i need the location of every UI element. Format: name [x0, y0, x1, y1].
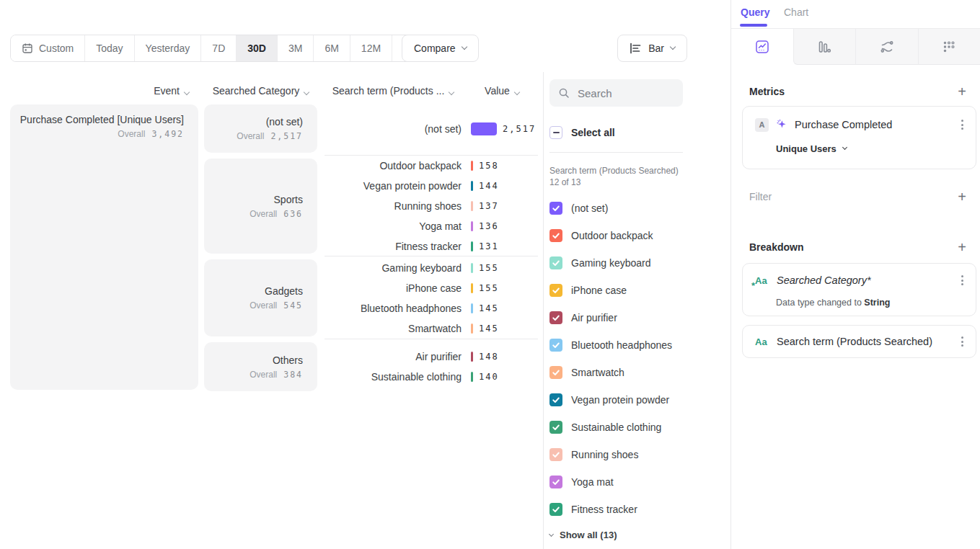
compare-button[interactable]: Compare	[402, 35, 479, 62]
search-box[interactable]	[549, 79, 683, 107]
chart-type-label: Bar	[648, 43, 664, 54]
date-range-control: CustomTodayYesterday7D30D3M6M12MXTD	[10, 35, 445, 62]
table-row[interactable]: Sustainable clothing140	[325, 367, 538, 387]
value-cell: 144	[471, 181, 499, 191]
value-cell: 2,517	[471, 122, 536, 135]
category-card[interactable]: OthersOverall384	[204, 342, 317, 391]
legend-item[interactable]: Vegan protein powder	[549, 386, 683, 414]
table-row[interactable]: Bluetooth headphones145	[325, 298, 538, 318]
legend-item[interactable]: Outdoor backpack	[549, 222, 683, 249]
legend-item[interactable]: (not set)	[549, 195, 683, 222]
chevron-down-icon	[549, 531, 554, 536]
category-card[interactable]: GadgetsOverall545	[204, 259, 317, 336]
checked-checkbox-icon	[549, 256, 562, 269]
value-cell: 136	[471, 221, 499, 231]
select-all-checkbox[interactable]: Select all	[549, 125, 683, 140]
search-term-label: Air purifier	[325, 351, 462, 362]
date-range-yesterday[interactable]: Yesterday	[134, 35, 201, 61]
event-sparkle-icon	[776, 119, 787, 130]
add-metric-button[interactable]: +	[958, 85, 966, 98]
legend-item[interactable]: Sustainable clothing	[549, 414, 683, 441]
legend-item[interactable]: Smartwatch	[549, 359, 683, 386]
column-header-event[interactable]: Event	[10, 82, 189, 99]
date-range-6m[interactable]: 6M	[313, 35, 349, 61]
date-range-30d[interactable]: 30D	[236, 35, 277, 61]
date-range-label: 3M	[288, 43, 302, 54]
value-bar	[471, 263, 473, 273]
legend-item[interactable]: Gaming keyboard	[549, 249, 683, 277]
legend-item[interactable]: Bluetooth headphones	[549, 331, 683, 359]
value-number: 158	[479, 161, 499, 171]
overall-label: Overall	[237, 131, 264, 141]
category-card[interactable]: (not set)Overall2,517	[204, 104, 317, 153]
overall-value: 636	[283, 209, 303, 219]
tab-query[interactable]: Query	[741, 6, 769, 18]
column-header-value[interactable]: Value	[471, 82, 533, 99]
legend-item[interactable]: Air purifier	[549, 304, 683, 331]
add-filter-button[interactable]: +	[958, 190, 966, 203]
tab-retention[interactable]	[918, 29, 980, 65]
chart-type-button[interactable]: Bar	[617, 35, 687, 62]
tab-flows[interactable]	[855, 29, 918, 65]
value-cell: 155	[471, 283, 499, 293]
value-number: 136	[479, 221, 499, 231]
table-row[interactable]: Vegan protein powder144	[325, 176, 538, 196]
column-header-search-term[interactable]: Search term (Products ...	[325, 82, 462, 99]
legend-item[interactable]: Fitness tracker	[549, 496, 683, 523]
breakdown-options-kebab-icon[interactable]	[959, 334, 966, 349]
column-header-searched-category[interactable]: Searched Category	[204, 82, 317, 99]
date-range-label: Custom	[39, 43, 74, 54]
breakdown-options-kebab-icon[interactable]	[959, 273, 966, 287]
metric-letter-badge: A	[755, 118, 769, 132]
table-row[interactable]: Smartwatch145	[325, 318, 538, 339]
value-bar	[471, 201, 473, 211]
show-all-toggle[interactable]: Show all (13)	[549, 526, 683, 543]
value-cell: 145	[471, 323, 499, 334]
metric-options-kebab-icon[interactable]	[959, 117, 966, 132]
legend-item-label: Bluetooth headphones	[571, 339, 672, 351]
table-row[interactable]: Air purifier148	[325, 347, 538, 367]
chevron-down-icon	[184, 89, 190, 95]
table-row[interactable]: Outdoor backpack158	[325, 156, 538, 176]
table-row[interactable]: (not set)2,517	[325, 119, 538, 139]
value-cell: 158	[471, 161, 499, 171]
legend-item-label: Fitness tracker	[571, 504, 637, 515]
legend-item[interactable]: Yoga mat	[549, 468, 683, 496]
date-range-label: Yesterday	[146, 43, 190, 54]
legend-item-label: Running shoes	[571, 449, 638, 460]
table-row[interactable]: Fitness tracker131	[325, 236, 538, 256]
tab-funnels[interactable]	[793, 29, 856, 65]
date-range-12m[interactable]: 12M	[350, 35, 392, 61]
checked-checkbox-icon	[549, 393, 562, 406]
legend-item[interactable]: Running shoes	[549, 441, 683, 468]
search-term-label: Yoga mat	[325, 220, 462, 232]
date-range-7d[interactable]: 7D	[200, 35, 236, 61]
metric-card[interactable]: A Purchase Completed Unique Users	[742, 106, 976, 169]
breakdown-card-searched-category[interactable]: Aa Searched Category* Data type changed …	[742, 263, 976, 316]
chevron-down-icon	[449, 89, 454, 95]
table-row[interactable]: Gaming keyboard155	[325, 258, 538, 278]
insights-icon	[754, 39, 770, 55]
breakdown-card-search-term[interactable]: Aa Search term (Products Searched)	[742, 325, 976, 358]
table-row[interactable]: iPhone case155	[325, 278, 538, 298]
event-card[interactable]: Purchase Completed [Unique Users] Overal…	[10, 104, 198, 390]
measurement-selector[interactable]: Unique Users	[776, 143, 847, 154]
value-bar	[471, 303, 473, 313]
value-cell: 131	[471, 241, 499, 251]
date-range-today[interactable]: Today	[84, 35, 133, 61]
category-card[interactable]: SportsOverall636	[204, 159, 317, 254]
search-input[interactable]	[576, 86, 674, 100]
add-breakdown-button[interactable]: +	[958, 241, 966, 254]
table-row[interactable]: Running shoes137	[325, 196, 538, 216]
tab-insights[interactable]	[731, 29, 793, 65]
report-canvas: CustomTodayYesterday7D30D3M6M12MXTD Comp…	[0, 0, 730, 549]
legend-item-label: Air purifier	[571, 312, 617, 323]
date-range-3m[interactable]: 3M	[277, 35, 313, 61]
tab-chart[interactable]: Chart	[784, 6, 808, 18]
value-bar	[471, 241, 473, 251]
legend-item[interactable]: iPhone case	[549, 277, 683, 304]
table-row[interactable]: Yoga mat136	[325, 216, 538, 236]
date-range-custom[interactable]: Custom	[11, 35, 84, 61]
value-number: 140	[479, 372, 499, 382]
category-overall: Overall2,517	[237, 131, 303, 141]
